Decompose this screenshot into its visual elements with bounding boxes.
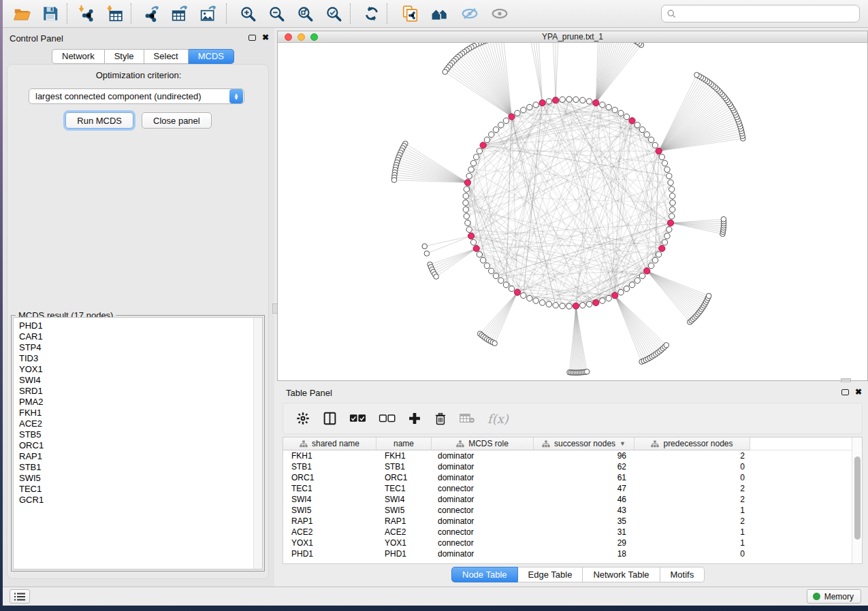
graph-node[interactable]: [493, 273, 498, 278]
graph-node[interactable]: [600, 102, 605, 108]
graph-node[interactable]: [586, 301, 592, 307]
graph-node[interactable]: [466, 173, 472, 178]
cell-name[interactable]: ACE2: [376, 527, 432, 538]
open-file-button[interactable]: [10, 2, 34, 25]
graph-node[interactable]: [706, 293, 711, 299]
table-row[interactable]: RAP1RAP1dominator352: [283, 516, 862, 527]
graph-node[interactable]: [477, 148, 482, 154]
zoom-selected-button[interactable]: [321, 2, 346, 25]
duplicate-network-button[interactable]: [398, 2, 422, 25]
graph-node[interactable]: [639, 273, 645, 278]
graph-node[interactable]: [624, 114, 629, 119]
graph-node[interactable]: [464, 186, 469, 192]
cell-shared-name[interactable]: STB1: [283, 461, 376, 472]
cell-successor-nodes[interactable]: 61: [534, 472, 634, 483]
graph-node[interactable]: [493, 127, 498, 132]
graph-node[interactable]: [666, 173, 672, 178]
graph-node[interactable]: [634, 278, 640, 283]
graph-node[interactable]: [539, 300, 545, 306]
cell-predecessor-nodes[interactable]: 1: [634, 527, 750, 538]
table-settings-button[interactable]: [295, 411, 310, 426]
graph-node[interactable]: [670, 200, 675, 205]
mcds-result-item[interactable]: RAP1: [14, 451, 262, 462]
tab-network[interactable]: Network: [52, 49, 105, 64]
cell-predecessor-nodes[interactable]: 2: [634, 494, 750, 505]
graph-node[interactable]: [580, 97, 585, 103]
graph-node[interactable]: [470, 240, 476, 245]
import-network-button[interactable]: [74, 2, 98, 25]
graph-dominator-node[interactable]: [593, 299, 599, 306]
cell-shared-name[interactable]: SWI5: [283, 505, 376, 516]
network-graph[interactable]: [278, 43, 867, 380]
graph-node[interactable]: [434, 274, 439, 280]
graph-dominator-node[interactable]: [659, 246, 665, 252]
cell-predecessor-nodes[interactable]: 2: [634, 483, 750, 494]
graph-node[interactable]: [527, 104, 532, 110]
graph-node[interactable]: [498, 122, 504, 128]
cell-shared-name[interactable]: YOX1: [283, 538, 376, 548]
graph-node[interactable]: [618, 289, 624, 295]
close-panel-button[interactable]: Close panel: [142, 112, 212, 129]
search-field[interactable]: [661, 5, 860, 22]
graph-node[interactable]: [566, 303, 572, 309]
export-network-button[interactable]: [139, 2, 163, 25]
cell-successor-nodes[interactable]: 62: [534, 461, 634, 472]
graph-node[interactable]: [669, 186, 674, 192]
graph-node[interactable]: [498, 278, 504, 283]
graph-node[interactable]: [664, 342, 669, 348]
table-row[interactable]: STB1STB1dominator620: [283, 461, 862, 472]
deselect-all-button[interactable]: [379, 414, 396, 423]
graph-node[interactable]: [546, 301, 551, 307]
graph-node[interactable]: [484, 137, 489, 142]
tab-motifs[interactable]: Motifs: [660, 567, 705, 582]
cell-name[interactable]: STB1: [376, 461, 432, 472]
network-graph-canvas[interactable]: [277, 43, 868, 381]
table-row[interactable]: YOX1YOX1connector291: [283, 538, 862, 548]
graph-node[interactable]: [391, 178, 397, 183]
graph-dominator-node[interactable]: [509, 114, 515, 120]
graph-node[interactable]: [470, 161, 476, 166]
mcds-list-scrollbar[interactable]: [253, 318, 262, 569]
mcds-result-item[interactable]: STB5: [14, 429, 262, 440]
add-column-button[interactable]: [408, 412, 421, 425]
graph-dominator-node[interactable]: [573, 303, 579, 309]
graph-node[interactable]: [669, 207, 675, 212]
cell-successor-nodes[interactable]: 29: [534, 538, 634, 548]
cell-predecessor-nodes[interactable]: 1: [634, 505, 750, 516]
graph-node[interactable]: [560, 97, 565, 102]
graph-node[interactable]: [639, 127, 645, 132]
cell-name[interactable]: YOX1: [376, 538, 432, 548]
graph-node[interactable]: [484, 263, 489, 268]
column-header-successor-nodes[interactable]: successor nodes▼: [534, 437, 634, 450]
cell-name[interactable]: RAP1: [376, 516, 432, 527]
graph-node[interactable]: [721, 216, 726, 222]
cell-shared-name[interactable]: TEC1: [283, 483, 376, 494]
cell-MCDS-role[interactable]: dominator: [432, 516, 534, 527]
graph-dominator-node[interactable]: [539, 100, 545, 106]
table-row[interactable]: TEC1TEC1connector472: [283, 483, 862, 494]
graph-node[interactable]: [669, 193, 675, 199]
cell-MCDS-role[interactable]: connector: [432, 483, 534, 494]
graph-node[interactable]: [656, 252, 661, 257]
mcds-result-item[interactable]: STP4: [14, 342, 262, 353]
graph-dominator-node[interactable]: [553, 97, 559, 103]
tab-mcds[interactable]: MCDS: [189, 49, 234, 64]
graph-node[interactable]: [463, 193, 468, 199]
graph-dominator-node[interactable]: [612, 293, 618, 299]
graph-node[interactable]: [584, 369, 590, 375]
cell-successor-nodes[interactable]: 18: [534, 548, 634, 559]
cell-MCDS-role[interactable]: connector: [432, 527, 534, 538]
mcds-result-item[interactable]: GCR1: [14, 495, 262, 506]
graph-node[interactable]: [521, 293, 526, 298]
search-input[interactable]: [677, 7, 859, 20]
cell-predecessor-nodes[interactable]: 0: [634, 461, 750, 472]
float-panel-icon[interactable]: [841, 389, 849, 395]
cell-shared-name[interactable]: RAP1: [283, 516, 376, 527]
graph-node[interactable]: [422, 244, 428, 249]
mcds-result-item[interactable]: PMA2: [14, 397, 262, 408]
export-table-button[interactable]: [167, 2, 192, 25]
graph-dominator-node[interactable]: [667, 220, 673, 226]
save-session-button[interactable]: [38, 2, 63, 25]
column-header-MCDS-role[interactable]: MCDS role: [432, 437, 534, 450]
graph-node[interactable]: [515, 110, 520, 116]
